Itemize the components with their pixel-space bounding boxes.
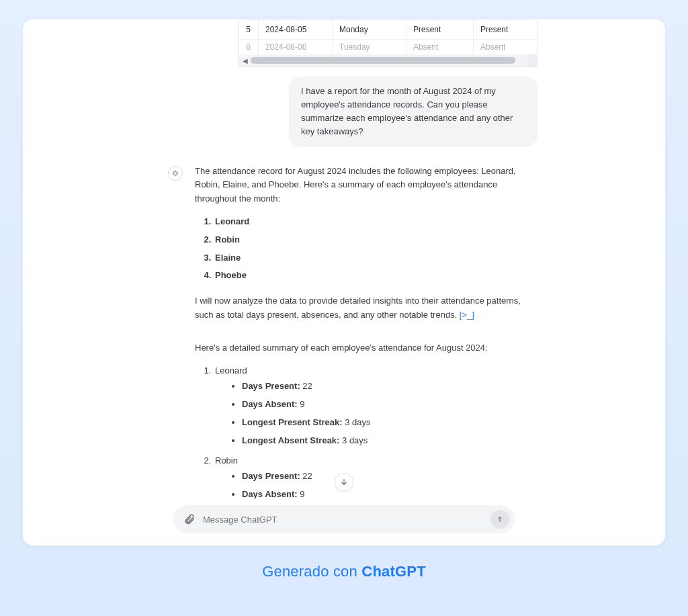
cell-status-1: Present bbox=[406, 19, 474, 39]
employee-block-robin: Robin Days Present: 22 Days Absent: 9 Lo… bbox=[214, 452, 524, 498]
scroll-corner bbox=[527, 54, 537, 67]
stat-row: Longest Absent Streak: 3 days bbox=[242, 432, 524, 450]
send-button[interactable] bbox=[490, 510, 509, 529]
employee-block-leonard: Leonard Days Present: 22 Days Absent: 9 … bbox=[214, 362, 524, 452]
cell-date: 2024-08-06 bbox=[259, 40, 333, 54]
cell-date: 2024-08-05 bbox=[259, 19, 333, 39]
arrow-down-icon bbox=[339, 478, 349, 487]
openai-logo-icon bbox=[171, 169, 179, 177]
row-index: 6 bbox=[239, 40, 259, 54]
paperclip-icon bbox=[183, 513, 196, 525]
list-item: Robin bbox=[214, 231, 524, 249]
stat-row: Longest Present Streak: 3 days bbox=[242, 414, 524, 432]
stat-row: Days Present: 22 bbox=[242, 378, 524, 396]
cell-status-2: Absent bbox=[474, 40, 537, 54]
list-item: Phoebe bbox=[214, 267, 524, 285]
employee-detail-list: Leonard Days Present: 22 Days Absent: 9 … bbox=[195, 362, 524, 498]
chat-scroll[interactable]: 5 2024-08-05 Monday Present Present 6 20… bbox=[23, 19, 665, 498]
assistant-message: The attendance record for August 2024 in… bbox=[23, 165, 665, 498]
cell-status-2: Present bbox=[474, 19, 537, 39]
stat-row: Days Present: 22 bbox=[242, 468, 524, 486]
stat-row: Days Absent: 9 bbox=[242, 486, 524, 498]
chat-input-bar bbox=[173, 505, 515, 533]
table-horizontal-scrollbar[interactable]: ◀ ▶ bbox=[239, 54, 537, 67]
assistant-intro: The attendance record for August 2024 in… bbox=[195, 165, 524, 206]
assistant-body: The attendance record for August 2024 in… bbox=[195, 165, 524, 498]
message-input[interactable] bbox=[203, 515, 490, 525]
brand-name: ChatGPT bbox=[361, 563, 426, 580]
table-row: 6 2024-08-06 Tuesday Absent Absent bbox=[239, 40, 537, 54]
user-message-text: I have a report for the month of August … bbox=[301, 86, 513, 136]
cell-status-1: Absent bbox=[406, 40, 474, 54]
svg-point-0 bbox=[174, 171, 177, 175]
stat-row: Days Absent: 9 bbox=[242, 396, 524, 414]
list-item: Leonard bbox=[214, 213, 524, 231]
table-row: 5 2024-08-05 Monday Present Present bbox=[239, 19, 537, 40]
scroll-left-icon[interactable]: ◀ bbox=[240, 57, 251, 64]
assistant-avatar bbox=[168, 166, 183, 181]
user-message-bubble: I have a report for the month of August … bbox=[289, 77, 538, 147]
employee-name: Leonard bbox=[215, 365, 247, 376]
code-run-link[interactable]: [>_] bbox=[460, 310, 474, 320]
attendance-table-preview: 5 2024-08-05 Monday Present Present 6 20… bbox=[238, 19, 538, 67]
attach-button[interactable] bbox=[183, 513, 196, 526]
scroll-thumb[interactable] bbox=[251, 57, 515, 64]
analysis-note: I will now analyze the data to provide d… bbox=[195, 294, 524, 322]
arrow-up-icon bbox=[495, 515, 505, 524]
app-frame: 5 2024-08-05 Monday Present Present 6 20… bbox=[23, 19, 665, 545]
employee-name: Robin bbox=[215, 455, 238, 466]
image-caption: Generado con ChatGPT bbox=[0, 563, 688, 580]
cell-day: Monday bbox=[333, 19, 406, 39]
list-item: Elaine bbox=[214, 249, 524, 267]
detail-intro: Here's a detailed summary of each employ… bbox=[195, 341, 524, 355]
scroll-to-bottom-button[interactable] bbox=[335, 473, 353, 492]
row-index: 5 bbox=[239, 19, 259, 39]
cell-day: Tuesday bbox=[333, 40, 406, 54]
employee-name-list: Leonard Robin Elaine Phoebe bbox=[195, 213, 524, 285]
